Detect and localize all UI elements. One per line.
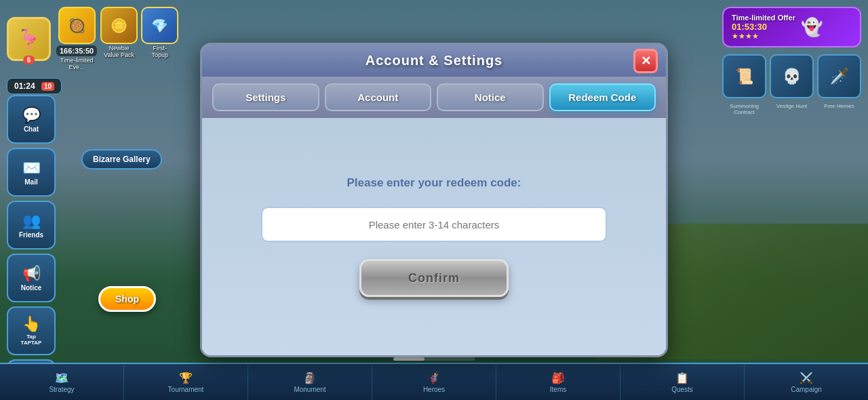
confirm-button[interactable]: Confirm — [359, 259, 509, 297]
tab-settings-label: Settings — [245, 92, 285, 103]
confirm-label: Confirm — [408, 271, 460, 285]
modal-title: Account & Settings — [366, 53, 502, 68]
modal-content-area: Please enter your redeem code: Confirm — [202, 118, 666, 355]
redeem-input-container — [261, 207, 607, 242]
redeem-prompt-text: Please enter your redeem code: — [347, 176, 521, 190]
close-icon: ✕ — [641, 54, 651, 68]
modal-tab-bar: Settings Account Notice Redeem Code — [202, 77, 666, 118]
tab-notice-label: Notice — [475, 92, 506, 103]
modal-close-button[interactable]: ✕ — [633, 49, 658, 73]
tab-redeem-label: Redeem Code — [568, 92, 636, 103]
tab-redeem-code[interactable]: Redeem Code — [549, 83, 656, 111]
modal-overlay: Account & Settings ✕ Settings Account No… — [0, 0, 868, 400]
tab-account[interactable]: Account — [325, 83, 432, 111]
modal-dialog: Account & Settings ✕ Settings Account No… — [200, 43, 668, 357]
redeem-code-input[interactable] — [276, 219, 592, 231]
modal-title-bar: Account & Settings ✕ — [202, 45, 666, 77]
tab-account-label: Account — [357, 92, 398, 103]
tab-notice[interactable]: Notice — [437, 83, 544, 111]
tab-settings[interactable]: Settings — [212, 83, 319, 111]
